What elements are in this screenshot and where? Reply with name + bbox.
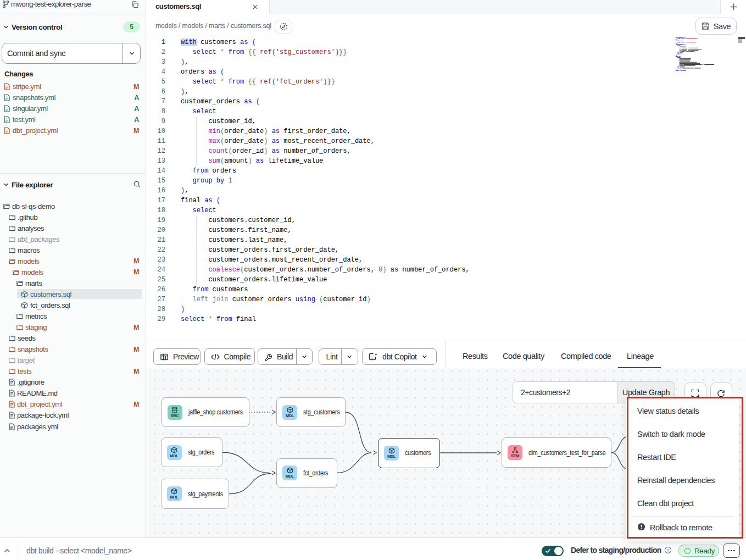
svg-text:?: ? [667, 548, 670, 553]
